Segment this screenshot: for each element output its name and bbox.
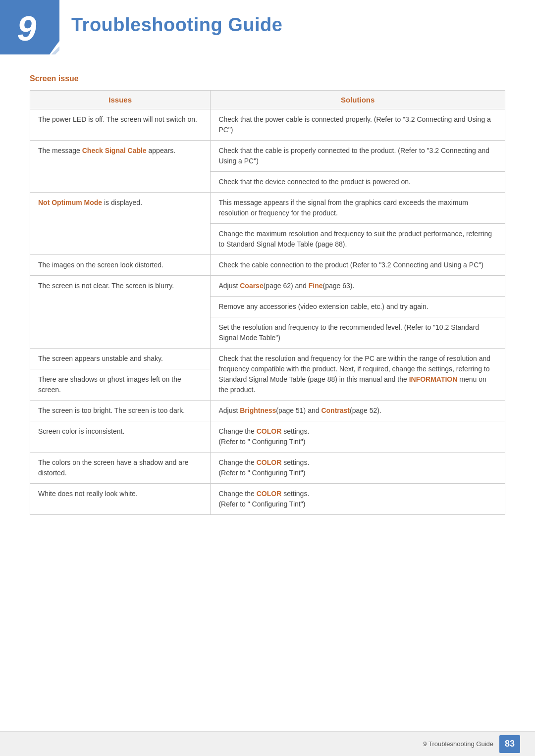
footer-text: 9 Troubleshooting Guide — [423, 740, 493, 748]
issue-text: The screen is not clear. The screen is b… — [38, 282, 174, 290]
solution-cell: Set the resolution and frequency to the … — [211, 317, 505, 349]
table-row: Screen color is inconsistent. Change the… — [30, 421, 505, 453]
solution-cell: Change the maximum resolution and freque… — [211, 224, 505, 255]
issue-cell: The images on the screen look distorted. — [30, 255, 211, 276]
solution-cell: This message appears if the signal from … — [211, 193, 505, 224]
solution-text: Change the COLOR settings.(Refer to " Co… — [218, 490, 309, 508]
issue-cell: There are shadows or ghost images left o… — [30, 369, 211, 401]
svg-text:9: 9 — [17, 9, 37, 48]
table-row: The screen is too bright. The screen is … — [30, 401, 505, 421]
solution-text: Remove any accessories (video extension … — [218, 302, 428, 310]
issue-cell: The screen is too bright. The screen is … — [30, 401, 211, 421]
issue-cell: White does not really look white. — [30, 484, 211, 515]
solution-cell: Check that the device connected to the p… — [211, 172, 505, 193]
issue-text: The screen is too bright. The screen is … — [38, 406, 185, 414]
table-row: The colors on the screen have a shadow a… — [30, 453, 505, 484]
solution-cell: Adjust Coarse(page 62) and Fine(page 63)… — [211, 276, 505, 297]
solution-text: Check that the power cable is connected … — [218, 115, 490, 134]
issue-cell: The screen is not clear. The screen is b… — [30, 276, 211, 349]
issue-text: There are shadows or ghost images left o… — [38, 375, 181, 394]
table-row: White does not really look white. Change… — [30, 484, 505, 515]
issue-cell: The colors on the screen have a shadow a… — [30, 453, 211, 484]
solution-cell: Remove any accessories (video extension … — [211, 297, 505, 317]
col-solutions-header: Solutions — [211, 91, 505, 109]
solution-cell: Change the COLOR settings.(Refer to " Co… — [211, 484, 505, 515]
solution-cell: Check the cable connection to the produc… — [211, 255, 505, 276]
section-title: Screen issue — [30, 74, 505, 83]
issue-text: The images on the screen look distorted. — [38, 261, 163, 269]
footer-page-number: 83 — [499, 735, 520, 753]
issue-cell: The message Check Signal Cable appears. — [30, 141, 211, 193]
issue-text: Not Optimum Mode is displayed. — [38, 199, 142, 206]
solution-text: Check that the cable is properly connect… — [218, 147, 489, 165]
issue-text: The power LED is off. The screen will no… — [38, 115, 197, 123]
solution-cell: Change the COLOR settings.(Refer to " Co… — [211, 421, 505, 453]
table-row: The power LED is off. The screen will no… — [30, 109, 505, 141]
solution-cell: Check that the cable is properly connect… — [211, 141, 505, 172]
table-row: The screen appears unstable and shaky. C… — [30, 349, 505, 369]
issue-text: Screen color is inconsistent. — [38, 427, 124, 435]
solution-cell: Check that the resolution and frequency … — [211, 349, 505, 401]
table-row: The screen is not clear. The screen is b… — [30, 276, 505, 297]
solution-text: Check the cable connection to the produc… — [218, 261, 483, 269]
table-row: Not Optimum Mode is displayed. This mess… — [30, 193, 505, 224]
issue-text: The message Check Signal Cable appears. — [38, 147, 175, 154]
solution-text: This message appears if the signal from … — [218, 199, 468, 217]
issue-text: The screen appears unstable and shaky. — [38, 354, 163, 362]
footer: 9 Troubleshooting Guide 83 — [0, 731, 535, 756]
solution-text: Set the resolution and frequency to the … — [218, 323, 479, 342]
solution-text: Check that the device connected to the p… — [218, 178, 411, 186]
issues-table: Issues Solutions The power LED is off. T… — [30, 90, 505, 515]
col-issues-header: Issues — [30, 91, 211, 109]
solution-cell: Adjust Brightness(page 51) and Contrast(… — [211, 401, 505, 421]
issue-cell: Screen color is inconsistent. — [30, 421, 211, 453]
solution-text: Change the COLOR settings.(Refer to " Co… — [218, 427, 309, 446]
solution-cell: Change the COLOR settings.(Refer to " Co… — [211, 453, 505, 484]
issue-cell: The power LED is off. The screen will no… — [30, 109, 211, 141]
solution-cell: Check that the power cable is connected … — [211, 109, 505, 141]
page-title: Troubleshooting Guide — [71, 14, 282, 36]
solution-text: Adjust Coarse(page 62) and Fine(page 63)… — [218, 282, 354, 290]
table-row: The message Check Signal Cable appears. … — [30, 141, 505, 172]
issue-cell: The screen appears unstable and shaky. — [30, 349, 211, 369]
table-row: The images on the screen look distorted.… — [30, 255, 505, 276]
solution-text: Adjust Brightness(page 51) and Contrast(… — [218, 406, 381, 414]
solution-text: Change the maximum resolution and freque… — [218, 230, 492, 248]
issue-cell: Not Optimum Mode is displayed. — [30, 193, 211, 255]
solution-text: Check that the resolution and frequency … — [218, 354, 490, 394]
issue-text: The colors on the screen have a shadow a… — [38, 458, 189, 477]
solution-text: Change the COLOR settings.(Refer to " Co… — [218, 458, 309, 477]
issue-text: White does not really look white. — [38, 490, 138, 498]
